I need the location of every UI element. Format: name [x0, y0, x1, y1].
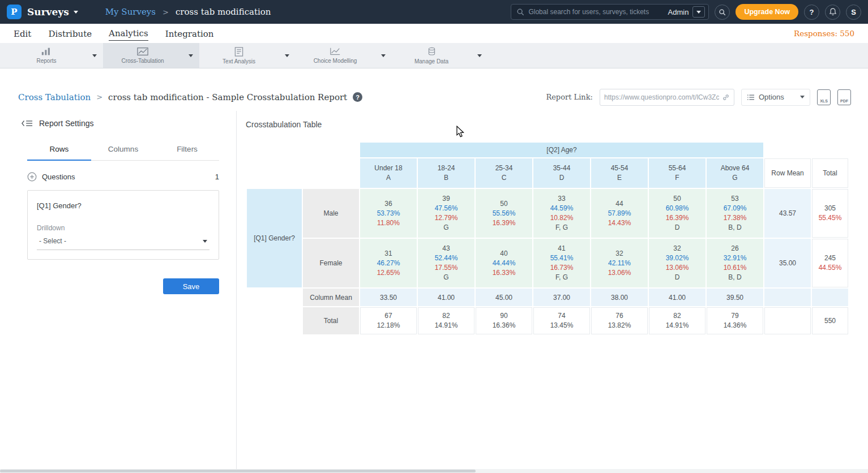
- column-mean-cell: 41.00: [418, 289, 474, 306]
- tab-columns[interactable]: Columns: [91, 139, 155, 160]
- breadcrumb-separator: >: [96, 93, 102, 101]
- options-dropdown[interactable]: Options: [741, 89, 810, 106]
- upgrade-now-button[interactable]: Upgrade Now: [736, 4, 798, 20]
- tab-analytics[interactable]: Analytics: [109, 26, 148, 41]
- search-scope-label[interactable]: Admin: [668, 8, 689, 16]
- search-scope-dropdown[interactable]: [692, 6, 705, 18]
- questions-label: Questions: [42, 173, 75, 181]
- manage-data-button[interactable]: Manage Data: [392, 43, 471, 68]
- module-cross-tabulation: Cross-Tabulation: [103, 43, 199, 68]
- data-cell: 39 47.56% 12.79% G: [418, 189, 474, 238]
- avatar-initial: S: [851, 8, 856, 16]
- analytics-module-bar: Reports Cross-Tabulation Text Analysis C…: [0, 43, 868, 68]
- module-label: Cross-Tabulation: [121, 58, 164, 64]
- report-link-field: [600, 89, 734, 106]
- breadcrumb-current-survey: cross tab modification: [176, 7, 271, 17]
- choice-modelling-dropdown-caret[interactable]: [375, 54, 392, 57]
- data-cell: 31 46.27% 12.65%: [360, 239, 417, 287]
- questionpro-logo[interactable]: P: [7, 5, 22, 19]
- breadcrumb-cross-tabulation[interactable]: Cross Tabulation: [18, 92, 91, 102]
- search-submit-button[interactable]: [715, 5, 730, 20]
- scrollbar-thumb[interactable]: [0, 470, 476, 472]
- total-cell: 79 14.36%: [707, 307, 763, 334]
- list-icon: [747, 94, 755, 101]
- text-analysis-button[interactable]: Text Analysis: [199, 43, 279, 68]
- topbar-breadcrumb: My Surveys > cross tab modification: [105, 7, 271, 17]
- link-icon[interactable]: [722, 93, 730, 101]
- export-pdf-button[interactable]: PDF: [837, 89, 851, 105]
- question-item[interactable]: [Q1] Gender?: [37, 201, 209, 210]
- help-button[interactable]: ?: [804, 5, 819, 20]
- column-question-header: [Q2] Age?: [360, 143, 763, 157]
- col-header-35-44: 35-44 D: [533, 158, 590, 188]
- data-cell: 50 60.98% 16.39% D: [649, 189, 705, 238]
- horizontal-scrollbar[interactable]: [0, 469, 868, 473]
- col-header-45-54: 45-54 E: [591, 158, 648, 188]
- tab-integration[interactable]: Integration: [165, 27, 214, 41]
- col-header-above-64: Above 64 G: [707, 158, 763, 188]
- data-cell: 26 32.91% 10.61% B, D: [707, 239, 763, 287]
- save-button[interactable]: Save: [163, 278, 219, 294]
- database-icon: [427, 47, 437, 57]
- reports-dropdown-caret[interactable]: [86, 54, 103, 57]
- column-mean-empty-cell: [764, 289, 811, 306]
- column-mean-row: Column Mean 33.50 41.00 45.00 37.00 38.0…: [247, 289, 848, 306]
- reports-button[interactable]: Reports: [7, 43, 86, 68]
- column-mean-cell: 41.00: [649, 289, 705, 306]
- tab-filters[interactable]: Filters: [155, 139, 219, 160]
- options-caret-icon: [800, 96, 805, 98]
- column-mean-cell: 39.50: [707, 289, 763, 306]
- breadcrumb-my-surveys[interactable]: My Surveys: [105, 7, 156, 17]
- spacer-cell: [247, 143, 359, 157]
- page-title: cross tab modification - Sample Crosstab…: [108, 92, 347, 102]
- row-total-cell: 305 55.45%: [812, 189, 848, 238]
- row-total-cell: 245 44.55%: [812, 239, 848, 287]
- data-cell: 53 67.09% 17.38% B, D: [707, 189, 763, 238]
- total-empty-cell: [764, 307, 811, 334]
- row-label-male: Male: [303, 189, 359, 238]
- tab-rows[interactable]: Rows: [27, 139, 91, 161]
- crosstab-table: [Q2] Age? Under 18 A 18-24 B 25-34 C: [246, 141, 849, 336]
- drilldown-selected-value: - Select -: [39, 237, 66, 245]
- drilldown-select[interactable]: - Select -: [37, 237, 209, 250]
- cross-tabulation-icon: [137, 47, 148, 56]
- total-row: Total 67 12.18% 82 14.91% 90 16.36% 74 1…: [247, 307, 848, 334]
- choice-modelling-button[interactable]: Choice Modelling: [296, 43, 375, 68]
- notifications-button[interactable]: [825, 5, 840, 20]
- data-cell: 50 55.56% 16.39%: [476, 189, 532, 238]
- product-name[interactable]: Surveys: [27, 6, 69, 18]
- total-cell: 74 13.45%: [533, 307, 590, 334]
- spacer-cell: [247, 307, 302, 334]
- manage-data-dropdown-caret[interactable]: [471, 54, 488, 57]
- tab-distribute[interactable]: Distribute: [48, 27, 92, 41]
- export-xls-button[interactable]: XLS: [817, 89, 831, 105]
- row-mean-cell: 35.00: [764, 239, 811, 287]
- total-header: Total: [812, 158, 848, 188]
- help-icon: ?: [810, 8, 814, 16]
- select-caret-icon: [203, 240, 207, 243]
- spacer-cell: [247, 158, 359, 188]
- total-row-label: Total: [303, 307, 359, 334]
- drilldown-label: Drilldown: [37, 224, 209, 232]
- questions-section-header[interactable]: Questions 1: [27, 172, 219, 182]
- report-link-input[interactable]: [604, 93, 719, 101]
- cross-tabulation-dropdown-caret[interactable]: [182, 54, 199, 57]
- tab-edit[interactable]: Edit: [14, 27, 31, 41]
- options-label: Options: [759, 93, 784, 101]
- table-row-male: [Q1] Gender? Male 36 53.73% 11.80% 39 47…: [247, 189, 848, 238]
- module-manage-data: Manage Data: [392, 43, 488, 68]
- row-question-cell: [Q1] Gender?: [247, 189, 302, 287]
- text-analysis-dropdown-caret[interactable]: [279, 54, 296, 57]
- cross-tabulation-button[interactable]: Cross-Tabulation: [103, 43, 182, 68]
- report-help-icon[interactable]: ?: [353, 92, 362, 102]
- column-mean-cell: 37.00: [533, 289, 590, 306]
- column-mean-label: Column Mean: [303, 289, 359, 306]
- data-cell: 36 53.73% 11.80%: [360, 189, 417, 238]
- mouse-cursor: [456, 126, 465, 138]
- row-label-female: Female: [303, 239, 359, 287]
- user-avatar[interactable]: S: [846, 5, 861, 20]
- collapse-panel-icon[interactable]: [22, 119, 33, 127]
- data-cell: 41 55.41% 16.73% F, G: [533, 239, 590, 287]
- global-search-input[interactable]: [528, 8, 664, 16]
- product-caret-icon[interactable]: [74, 11, 78, 14]
